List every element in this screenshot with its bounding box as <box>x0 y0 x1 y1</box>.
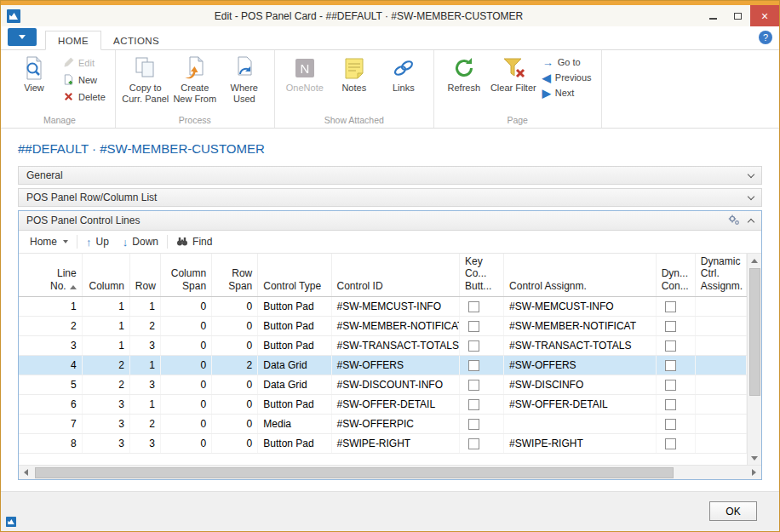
move-up-button[interactable]: ↑ Up <box>79 233 116 250</box>
tab-home[interactable]: HOME <box>45 31 101 50</box>
refresh-button[interactable]: Refresh <box>439 53 489 96</box>
checkbox-unchecked[interactable] <box>665 419 676 430</box>
cell-line_no[interactable]: 2 <box>19 317 82 336</box>
cell-column_span[interactable]: 0 <box>160 415 211 434</box>
checkbox-unchecked[interactable] <box>468 380 479 391</box>
checkbox-unchecked[interactable] <box>468 360 479 371</box>
cell-dynamic_control[interactable] <box>656 415 695 434</box>
table-row[interactable]: 31300Button Pad#SW-TRANSACT-TOTALS#SW-TR… <box>19 336 747 356</box>
cell-column[interactable]: 1 <box>82 336 129 356</box>
cell-column[interactable]: 3 <box>82 415 129 434</box>
cell-control_id[interactable]: #SW-OFFERS <box>331 356 459 375</box>
scroll-left-button[interactable] <box>19 466 33 479</box>
chevron-down-icon[interactable] <box>748 192 754 199</box>
table-row[interactable]: 42102Data Grid#SW-OFFERS#SW-OFFERS <box>19 356 747 375</box>
cell-dynamic_ctrl_assignm[interactable] <box>695 336 746 356</box>
cell-control_id[interactable]: #SW-MEMBER-NOTIFICAT <box>331 317 459 336</box>
cell-row_span[interactable]: 0 <box>212 415 258 434</box>
app-menu-button[interactable] <box>8 28 37 46</box>
move-down-button[interactable]: ↓ Down <box>116 233 165 250</box>
cell-key_command_button[interactable] <box>459 395 503 415</box>
cell-control_assignm[interactable]: #SW-DISCINFO <box>504 375 657 395</box>
vertical-scrollbar[interactable] <box>747 254 761 465</box>
checkbox-unchecked[interactable] <box>468 340 479 352</box>
home-menu-button[interactable]: Home <box>23 233 75 250</box>
column-header-key_command_button[interactable]: Key Co... Butt... <box>459 254 503 297</box>
cell-control_type[interactable]: Data Grid <box>258 356 331 375</box>
cell-row[interactable]: 3 <box>129 434 160 454</box>
cell-row_span[interactable]: 0 <box>212 336 258 356</box>
cell-line_no[interactable]: 1 <box>19 297 82 317</box>
cell-column_span[interactable]: 0 <box>160 317 211 336</box>
notes-button[interactable]: Notes <box>330 53 379 96</box>
cell-row_span[interactable]: 0 <box>212 317 258 336</box>
cell-control_type[interactable]: Button Pad <box>258 434 331 454</box>
cell-row_span[interactable]: 2 <box>212 356 258 375</box>
table-row[interactable]: 21200Button Pad#SW-MEMBER-NOTIFICAT#SW-M… <box>19 317 747 336</box>
new-button[interactable]: New <box>59 72 110 89</box>
cell-dynamic_control[interactable] <box>656 395 695 415</box>
cell-control_assignm[interactable]: #SW-MEMCUST-INFO <box>504 297 657 317</box>
close-button[interactable]: × <box>750 5 779 26</box>
cell-row[interactable]: 3 <box>129 336 160 356</box>
cell-control_type[interactable]: Button Pad <box>258 336 331 356</box>
column-header-column_span[interactable]: Column Span <box>160 254 211 297</box>
next-button[interactable]: ▶ Next <box>538 85 596 100</box>
create-new-from-button[interactable]: Create New From <box>170 53 220 106</box>
cell-row_span[interactable]: 0 <box>212 297 258 317</box>
cell-control_id[interactable]: #SW-OFFERPIC <box>331 415 459 434</box>
cell-column[interactable]: 1 <box>82 297 129 317</box>
cell-dynamic_ctrl_assignm[interactable] <box>695 317 746 336</box>
where-used-button[interactable]: Where Used <box>220 53 269 106</box>
delete-button[interactable]: Delete <box>59 89 110 106</box>
cell-row[interactable]: 2 <box>129 415 160 434</box>
cell-column_span[interactable]: 0 <box>160 336 211 356</box>
scroll-right-button[interactable] <box>747 466 761 479</box>
tab-actions[interactable]: ACTIONS <box>101 31 171 49</box>
configure-icon[interactable] <box>728 214 740 228</box>
table-row[interactable]: 52300Data Grid#SW-DISCOUNT-INFO#SW-DISCI… <box>19 375 747 395</box>
cell-control_type[interactable]: Button Pad <box>258 395 331 415</box>
cell-key_command_button[interactable] <box>459 356 503 375</box>
cell-control_assignm[interactable]: #SWIPE-RIGHT <box>504 434 657 454</box>
horizontal-scrollbar[interactable] <box>19 465 761 479</box>
cell-row_span[interactable]: 0 <box>212 395 258 415</box>
cell-dynamic_ctrl_assignm[interactable] <box>695 356 746 375</box>
checkbox-unchecked[interactable] <box>665 438 676 449</box>
cell-column_span[interactable]: 0 <box>160 395 211 415</box>
cell-dynamic_control[interactable] <box>656 336 695 356</box>
checkbox-unchecked[interactable] <box>665 380 676 391</box>
cell-column_span[interactable]: 0 <box>160 297 211 317</box>
cell-dynamic_ctrl_assignm[interactable] <box>695 375 746 395</box>
vertical-scrollbar-thumb[interactable] <box>749 268 760 396</box>
column-header-row_span[interactable]: Row Span <box>212 254 258 297</box>
minimize-button[interactable] <box>701 5 726 26</box>
cell-dynamic_control[interactable] <box>656 375 695 395</box>
cell-column_span[interactable]: 0 <box>160 434 211 454</box>
table-row[interactable]: 83300Button Pad#SWIPE-RIGHT#SWIPE-RIGHT <box>19 434 747 454</box>
cell-key_command_button[interactable] <box>459 336 503 356</box>
cell-line_no[interactable]: 8 <box>19 434 82 454</box>
table-row[interactable]: 73200Media#SW-OFFERPIC <box>19 415 747 434</box>
table-row[interactable]: 63100Button Pad#SW-OFFER-DETAIL#SW-OFFER… <box>19 395 747 415</box>
cell-column[interactable]: 2 <box>82 356 129 375</box>
previous-button[interactable]: ◀ Previous <box>538 70 596 85</box>
column-header-row[interactable]: Row <box>129 254 160 297</box>
cell-control_assignm[interactable]: #SW-TRANSACT-TOTALS <box>504 336 657 356</box>
cell-key_command_button[interactable] <box>459 434 503 454</box>
cell-key_command_button[interactable] <box>459 375 503 395</box>
links-button[interactable]: Links <box>379 53 428 96</box>
cell-key_command_button[interactable] <box>459 297 503 317</box>
column-header-column[interactable]: Column <box>82 254 129 297</box>
cell-row[interactable]: 2 <box>129 317 160 336</box>
cell-column_span[interactable]: 0 <box>160 356 211 375</box>
cell-control_id[interactable]: #SWIPE-RIGHT <box>331 434 459 454</box>
cell-dynamic_ctrl_assignm[interactable] <box>695 434 746 454</box>
column-header-dynamic_ctrl_assignm[interactable]: Dynamic Ctrl. Assignm. <box>695 254 746 297</box>
cell-dynamic_ctrl_assignm[interactable] <box>695 297 746 317</box>
copy-to-curr-panel-button[interactable]: Copy to Curr. Panel <box>121 53 170 106</box>
cell-row_span[interactable]: 0 <box>212 375 258 395</box>
checkbox-unchecked[interactable] <box>665 340 676 352</box>
cell-row[interactable]: 3 <box>129 375 160 395</box>
cell-row[interactable]: 1 <box>129 297 160 317</box>
